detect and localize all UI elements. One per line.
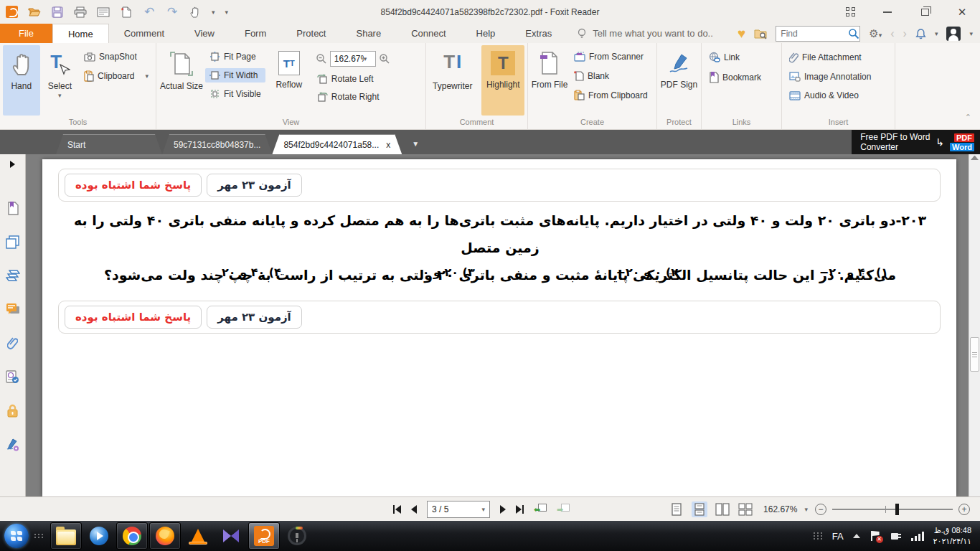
bell-dropdown-caret[interactable]: ▾ [935,30,938,37]
restore-button[interactable] [917,6,933,19]
back-chevron-icon[interactable]: ‹ [890,27,894,40]
continuous-facing-view-icon[interactable] [738,501,753,517]
image-annotation-button[interactable]: Image Annotation [785,70,875,84]
vertical-scrollbar[interactable] [969,154,980,496]
taskbar-explorer[interactable] [50,522,82,550]
scrollbar-thumb[interactable] [970,337,979,372]
notification-bell-icon[interactable] [915,28,926,39]
previous-page-button[interactable] [411,505,417,514]
digital-signatures-panel-icon[interactable] [6,369,20,384]
tab-close-icon[interactable]: x [386,140,390,150]
doc-tab-1[interactable]: 59c7131cc8b04837b... [162,134,272,154]
rotate-left-button[interactable]: Rotate Left [313,72,393,86]
network-signal-icon[interactable] [911,531,924,541]
wrong-answer-button-2[interactable]: پاسخ شما اشتباه بوده [65,306,202,329]
settings-gear-icon[interactable]: ⚙▾ [869,27,882,40]
page-number-box[interactable]: 3 / 5 ▾ [427,501,490,518]
from-scanner-button[interactable]: From Scanner [570,50,652,64]
bookmarks-panel-icon[interactable] [6,201,20,215]
close-button[interactable]: ✕ [954,6,970,19]
taskbar-firefox[interactable] [149,522,181,550]
layers-panel-icon[interactable] [6,268,20,283]
audio-video-button[interactable]: Audio & Video [785,88,875,103]
previous-view-icon[interactable]: ⬅ [534,504,547,515]
customize-toolbar-caret[interactable]: ▾ [225,9,228,16]
zoom-in-icon[interactable] [379,53,390,65]
last-page-button[interactable] [516,505,524,514]
account-avatar[interactable] [946,27,961,41]
taskbar-chrome[interactable] [116,522,148,550]
email-icon[interactable] [97,6,110,19]
exam-date-button[interactable]: آزمون ۲۳ مهر [207,174,302,197]
actual-size-button[interactable]: Actual Size [159,45,204,116]
taskbar-kmplayer[interactable] [215,522,247,550]
typewriter-button[interactable]: TI Typewriter [429,45,476,116]
wrong-answer-button[interactable]: پاسخ شما اشتباه بوده [65,174,202,197]
rotate-right-button[interactable]: Rotate Right [313,90,393,104]
page-dropdown-caret[interactable]: ▾ [481,506,485,513]
zoom-dropdown-caret[interactable]: ▾ [364,55,367,62]
bookmark-button[interactable]: Bookmark [705,70,765,85]
single-page-view-icon[interactable] [669,501,684,517]
undo-icon[interactable]: ↶ [143,6,156,19]
start-button[interactable] [4,524,29,548]
fit-page-button[interactable]: Fit Page [205,50,265,64]
taskbar-download-manager[interactable] [281,522,313,550]
doc-tab-2-active[interactable]: 854f2bd9c4424071a58... x [272,134,402,154]
open-file-icon[interactable] [28,6,41,19]
zoom-plus-button[interactable]: + [958,504,970,515]
comments-panel-icon[interactable] [6,302,20,316]
zoom-value-input[interactable] [331,54,364,64]
tab-share[interactable]: Share [341,24,396,43]
tab-file[interactable]: File [0,24,52,43]
forward-chevron-icon[interactable]: › [903,27,907,40]
save-icon[interactable] [51,6,64,19]
hand-tool-dropdown-caret[interactable]: ▾ [212,9,215,16]
facing-view-icon[interactable] [715,501,730,517]
action-center-flag-icon[interactable]: ✕ [870,530,881,542]
fit-visible-button[interactable]: Fit Visible [205,87,265,101]
fit-width-button[interactable]: Fit Width [205,68,265,83]
tab-form[interactable]: Form [230,24,281,43]
language-indicator[interactable]: FA [832,531,844,542]
search-icon[interactable] [848,28,859,39]
tab-connect[interactable]: Connect [396,24,461,43]
from-clipboard-button[interactable]: From Clipboard [570,88,652,103]
select-button[interactable]: T Select ▾ [42,45,79,116]
taskbar-media-player[interactable] [83,522,115,550]
taskbar-foxit-reader[interactable]: PDF [248,522,280,550]
statusbar-zoom-caret[interactable]: ▾ [804,506,808,513]
tab-list-caret[interactable]: ▼ [412,140,419,148]
zoom-slider-handle[interactable] [895,504,899,515]
ui-layout-icon[interactable] [842,6,858,19]
pages-panel-icon[interactable] [6,235,20,249]
show-hidden-icons-caret[interactable] [853,534,860,538]
first-page-button[interactable] [393,505,401,514]
tab-view[interactable]: View [179,24,230,43]
expand-panel-icon[interactable] [6,157,20,171]
scroll-up-arrow[interactable] [971,156,979,160]
blank-button[interactable]: * Blank [570,68,652,83]
account-dropdown-caret[interactable]: ▾ [969,30,973,37]
tab-comment[interactable]: Comment [109,24,179,43]
next-page-button[interactable] [500,505,506,514]
reflow-button[interactable]: TT Reflow [267,45,311,116]
exam-date-button-2[interactable]: آزمون ۲۳ مهر [207,306,302,329]
print-icon[interactable] [74,6,87,19]
snapshot-button[interactable]: SnapShot [80,50,153,64]
sign-panel-icon[interactable] [6,437,20,451]
zoom-out-icon[interactable] [316,53,327,65]
link-button[interactable]: Link [705,50,765,65]
pdf-to-word-ad-banner[interactable]: Free PDF to Word Converter ↳ PDF Word [852,130,980,154]
taskbar-vlc[interactable] [182,522,214,550]
tell-me-box[interactable]: Tell me what you want to do.. [577,24,713,43]
zoom-slider[interactable]: − + [815,504,970,515]
attachments-panel-icon[interactable] [6,336,20,350]
tab-protect[interactable]: Protect [281,24,341,43]
collapse-ribbon-icon[interactable]: ⌃ [965,113,971,122]
security-panel-icon[interactable] [6,403,20,418]
file-attachment-button[interactable]: File Attachment [785,50,875,65]
minimize-button[interactable] [880,6,895,19]
zoom-minus-button[interactable]: − [815,504,826,515]
find-input[interactable] [776,29,848,39]
